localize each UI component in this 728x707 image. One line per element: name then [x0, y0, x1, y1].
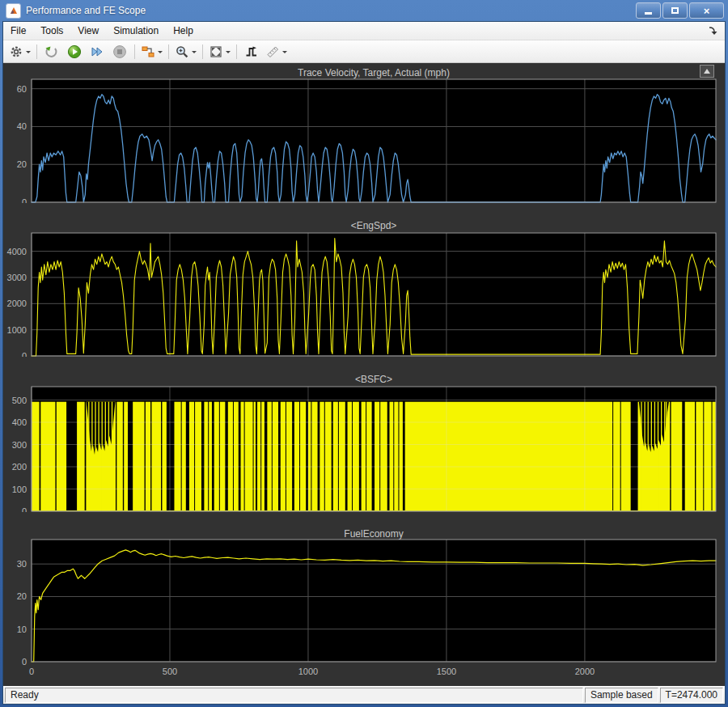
svg-text:60: 60 [17, 84, 27, 94]
plot-title-fueleconomy: FuelEconomy [32, 528, 716, 540]
trigger-button[interactable] [240, 42, 263, 61]
step-back-icon [44, 44, 59, 59]
run-button[interactable] [63, 42, 86, 61]
client-area: File Tools View Simulation Help [2, 21, 726, 705]
close-button[interactable]: × [689, 2, 724, 19]
span-button[interactable] [206, 42, 233, 61]
svg-text:0: 0 [22, 351, 27, 357]
magnifier-icon [175, 44, 189, 59]
dropdown-caret [192, 51, 197, 56]
step-forward-button[interactable] [86, 42, 108, 61]
separator [202, 44, 203, 59]
status-mode: Sample based [585, 688, 658, 703]
menu-simulation[interactable]: Simulation [106, 23, 166, 39]
toolbar [3, 40, 725, 63]
trigger-icon [244, 44, 259, 59]
close-icon: × [704, 6, 710, 16]
svg-text:20: 20 [17, 591, 27, 601]
velocity-plot: 0204060 [3, 78, 726, 203]
svg-text:0: 0 [22, 197, 27, 203]
status-bar: Ready Sample based T=2474.000 [3, 686, 725, 704]
svg-text:1000: 1000 [298, 667, 318, 676]
plot-canvas: Trace Velocity, Target, Actual (mph) 020… [3, 63, 725, 686]
svg-text:3000: 3000 [7, 273, 27, 282]
stop-button[interactable] [108, 42, 131, 61]
parameters-button[interactable] [6, 42, 33, 61]
measurements-button[interactable] [263, 42, 290, 61]
separator [134, 44, 135, 59]
fit-view-icon [209, 44, 223, 59]
svg-text:0: 0 [29, 667, 34, 676]
svg-text:0: 0 [22, 506, 27, 512]
svg-text:2000: 2000 [575, 667, 595, 676]
svg-text:0: 0 [22, 657, 27, 667]
svg-text:500: 500 [163, 667, 177, 676]
status-time: T=2474.000 [660, 688, 723, 703]
svg-text:10: 10 [17, 624, 27, 634]
status-message: Ready [5, 688, 583, 703]
engspd-plot: 01000200030004000 [3, 232, 726, 357]
svg-text:400: 400 [12, 417, 27, 427]
plot-title-engspd: <EngSpd> [32, 220, 716, 231]
minimize-icon [645, 12, 652, 15]
title-bar: Performance and FE Scope × [2, 0, 726, 21]
dock-arrow-icon[interactable] [708, 25, 718, 38]
separator [236, 44, 237, 59]
minimize-button[interactable] [636, 2, 661, 19]
step-forward-icon [90, 44, 104, 59]
step-back-button[interactable] [40, 42, 63, 61]
menu-view[interactable]: View [70, 23, 106, 39]
maximize-icon [671, 7, 679, 14]
svg-text:30: 30 [17, 559, 27, 569]
svg-text:200: 200 [12, 462, 27, 472]
separator [36, 44, 37, 59]
svg-text:20: 20 [17, 159, 27, 169]
svg-text:4000: 4000 [7, 247, 27, 256]
svg-text:2000: 2000 [7, 298, 27, 308]
svg-text:1000: 1000 [7, 325, 27, 335]
fueleconomy-plot: 01020300500100015002000 [3, 539, 726, 679]
maximize-button[interactable] [662, 2, 688, 19]
matlab-app-icon [6, 3, 21, 19]
dropdown-caret [26, 51, 31, 56]
svg-text:1500: 1500 [437, 667, 456, 676]
separator [168, 44, 169, 59]
dropdown-caret [158, 51, 163, 56]
menu-file[interactable]: File [3, 23, 33, 39]
plot-title-velocity: Trace Velocity, Target, Actual (mph) [32, 67, 716, 78]
svg-text:100: 100 [12, 485, 27, 494]
zoom-button[interactable] [172, 42, 199, 61]
dropdown-caret [282, 51, 287, 56]
svg-text:300: 300 [12, 440, 27, 450]
menu-bar: File Tools View Simulation Help [3, 22, 725, 40]
plot-title-bsfc: <BSFC> [32, 374, 716, 385]
svg-text:40: 40 [17, 121, 27, 131]
ruler-icon [265, 44, 280, 59]
bsfc-plot: 0100200300400500 [3, 386, 726, 512]
stop-icon [112, 44, 127, 59]
menu-tools[interactable]: Tools [33, 23, 70, 39]
blocks-icon [141, 44, 155, 59]
window-title: Performance and FE Scope [26, 5, 636, 16]
scope-window: Performance and FE Scope × File Tools Vi… [0, 0, 728, 707]
play-icon [67, 44, 82, 59]
gear-icon [9, 44, 23, 59]
dropdown-caret [226, 51, 231, 56]
menu-help[interactable]: Help [166, 23, 201, 39]
signal-selector-button[interactable] [138, 42, 165, 61]
svg-text:500: 500 [12, 396, 27, 405]
